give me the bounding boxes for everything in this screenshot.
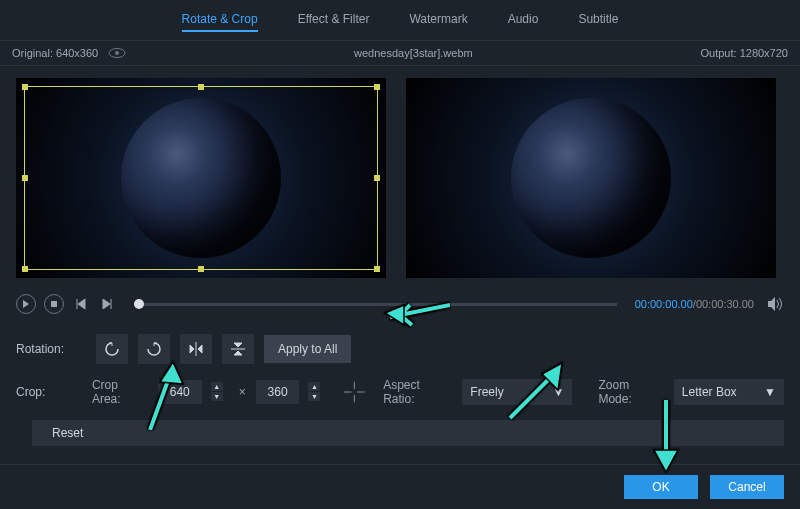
crop-frame[interactable] [24, 86, 378, 270]
zoom-mode-select[interactable]: Letter Box▼ [674, 379, 784, 405]
times-label: × [239, 385, 246, 399]
aspect-ratio-select[interactable]: Freely▼ [462, 379, 572, 405]
chevron-down-icon: ▼ [764, 385, 776, 399]
tab-effect-filter[interactable]: Effect & Filter [298, 8, 370, 32]
zoom-mode-label: Zoom Mode: [598, 378, 661, 406]
crop-width-down[interactable]: ▼ [211, 392, 223, 402]
tab-subtitle[interactable]: Subtitle [578, 8, 618, 32]
handle-top-mid[interactable] [198, 84, 204, 90]
cancel-button[interactable]: Cancel [710, 475, 784, 499]
handle-bottom-right[interactable] [374, 266, 380, 272]
info-bar: Original: 640x360 wednesday[3star].webm … [0, 41, 800, 66]
rotate-left-button[interactable] [96, 334, 128, 364]
output-size-label: Output: 1280x720 [701, 47, 788, 59]
reset-button[interactable]: Reset [32, 420, 784, 446]
apply-to-all-button[interactable]: Apply to All [264, 335, 351, 363]
crop-area-label: Crop Area: [92, 378, 146, 406]
handle-mid-left[interactable] [22, 175, 28, 181]
filename-label: wednesday[3star].webm [354, 47, 473, 59]
eye-icon[interactable] [108, 48, 126, 58]
handle-mid-right[interactable] [374, 175, 380, 181]
crop-height-up[interactable]: ▲ [308, 382, 320, 392]
svg-point-1 [115, 51, 119, 55]
playhead[interactable] [134, 299, 144, 309]
tab-rotate-crop[interactable]: Rotate & Crop [182, 8, 258, 32]
flip-vertical-button[interactable] [222, 334, 254, 364]
svg-rect-2 [51, 301, 57, 307]
handle-top-left[interactable] [22, 84, 28, 90]
controls-panel: Rotation: Apply to All Crop: Crop Area: … [0, 322, 800, 458]
stop-button[interactable] [44, 294, 64, 314]
time-current: 00:00:00.00 [635, 298, 693, 310]
original-size-label: Original: 640x360 [12, 47, 98, 59]
center-crop-icon[interactable] [344, 381, 365, 403]
timeline[interactable] [134, 303, 617, 306]
rotate-right-button[interactable] [138, 334, 170, 364]
time-total: 00:00:30.00 [696, 298, 754, 310]
crop-height-input[interactable]: 360 [256, 380, 300, 404]
flip-horizontal-button[interactable] [180, 334, 212, 364]
handle-bottom-left[interactable] [22, 266, 28, 272]
original-preview[interactable] [16, 78, 386, 278]
earth-image [511, 98, 671, 258]
crop-height-down[interactable]: ▼ [308, 392, 320, 402]
tab-watermark[interactable]: Watermark [409, 8, 467, 32]
chevron-down-icon: ▼ [553, 385, 565, 399]
handle-bottom-mid[interactable] [198, 266, 204, 272]
ok-button[interactable]: OK [624, 475, 698, 499]
output-preview [406, 78, 776, 278]
crop-width-up[interactable]: ▲ [211, 382, 223, 392]
footer: OK Cancel [0, 464, 800, 509]
preview-row [0, 66, 800, 290]
volume-icon[interactable] [768, 297, 784, 311]
crop-label: Crop: [16, 385, 82, 399]
crop-width-input[interactable]: 640 [158, 380, 202, 404]
play-button[interactable] [16, 294, 36, 314]
aspect-ratio-label: Aspect Ratio: [383, 378, 450, 406]
rotation-label: Rotation: [16, 342, 86, 356]
tabs-bar: Rotate & Crop Effect & Filter Watermark … [0, 0, 800, 41]
handle-top-right[interactable] [374, 84, 380, 90]
playback-bar: 00:00:00.00/00:00:30.00 [0, 290, 800, 322]
tab-audio[interactable]: Audio [508, 8, 539, 32]
next-frame-button[interactable] [98, 295, 116, 313]
prev-frame-button[interactable] [72, 295, 90, 313]
